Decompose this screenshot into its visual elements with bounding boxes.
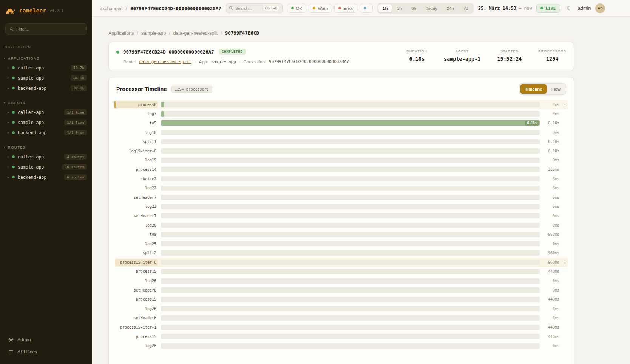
sidebar-item-application[interactable]: ▸ backend-app 32.2k: [0, 83, 92, 93]
chevron-right-icon[interactable]: ▸: [8, 86, 9, 90]
processor-name: process15: [134, 268, 158, 275]
timeline-row[interactable]: log22 0ms ⋮: [115, 183, 568, 193]
processor-name: setHeader8: [132, 287, 158, 293]
breadcrumb-segment[interactable]: sample-app: [141, 31, 166, 36]
section-title: AGENTS: [8, 101, 26, 105]
sidebar-item-badge: 1/1 live: [64, 130, 87, 135]
timeline-row[interactable]: setHeader7 0ms ⋮: [115, 211, 568, 221]
sidebar-item-badge: 16 routes: [62, 164, 87, 170]
timeline-row[interactable]: process15 440ms ⋮: [115, 332, 568, 341]
app-logo[interactable]: cameleer v3.2.1: [0, 0, 92, 21]
view-toggle-label: Timeline: [525, 87, 542, 91]
stat-label: DURATION: [407, 49, 427, 53]
route-link[interactable]: data-gen-nested-split: [139, 59, 191, 64]
global-search[interactable]: Ctrl+K: [226, 3, 283, 13]
timeline-row[interactable]: log22 0ms ⋮: [115, 202, 568, 212]
timeline-row[interactable]: log20 0ms ⋮: [115, 221, 568, 230]
duration-value: 0ms: [543, 307, 559, 311]
breadcrumb-exchanges[interactable]: exchanges: [100, 6, 122, 11]
chevron-right-icon[interactable]: ▸: [8, 155, 9, 158]
view-toggle-button[interactable]: Timeline: [520, 84, 547, 94]
sidebar-item-application[interactable]: ▸ caller-app 10.7k: [0, 63, 92, 73]
status-filter-pill[interactable]: Warn: [309, 4, 332, 13]
sidebar-item-route[interactable]: ▸ sample-app 16 routes: [0, 162, 92, 172]
breadcrumb-segment[interactable]: data-gen-nested-split: [173, 31, 218, 36]
timeline-row[interactable]: log7 0ms ⋮: [115, 109, 568, 119]
chevron-right-icon[interactable]: ▸: [8, 66, 9, 69]
time-range-button[interactable]: 1h: [378, 4, 392, 13]
timeline-row[interactable]: process15-iter-0 960ms ⋮: [115, 258, 568, 267]
live-toggle[interactable]: LIVE: [536, 4, 560, 13]
duration-track: [161, 130, 540, 135]
sidebar-filter-input[interactable]: [16, 27, 83, 31]
sidebar-item-route[interactable]: ▸ backend-app 6 routes: [0, 172, 92, 182]
sidebar-footer: Admin API Docs: [0, 330, 92, 364]
dash-separator: —: [519, 6, 522, 11]
timeline-row[interactable]: log26 0ms ⋮: [115, 341, 568, 350]
time-range-button[interactable]: 6h: [407, 4, 421, 13]
timeline-row[interactable]: process15 440ms ⋮: [115, 295, 568, 304]
sidebar-filter[interactable]: [5, 23, 87, 35]
status-filter-pill[interactable]: OK: [287, 4, 307, 13]
timeline-row[interactable]: log26 0ms ⋮: [115, 276, 568, 286]
timeline-row[interactable]: setHeader8 0ms ⋮: [115, 313, 568, 323]
timeline-row[interactable]: to5 6.18s 6.18s ⋮: [115, 118, 568, 128]
chevron-right-icon[interactable]: ▸: [8, 165, 9, 169]
row-kebab-menu-icon[interactable]: ⋮: [562, 260, 568, 265]
time-range-button[interactable]: 24h: [442, 4, 459, 13]
timeline-row[interactable]: setHeader7 0ms ⋮: [115, 193, 568, 202]
timeline-row[interactable]: to9 960ms ⋮: [115, 230, 568, 239]
section-header-routes[interactable]: ▾ ROUTES: [0, 144, 92, 152]
breadcrumb-segment[interactable]: Applications: [108, 31, 134, 36]
admin-link[interactable]: Admin: [5, 334, 87, 346]
timeline-row[interactable]: process15-iter-1 440ms ⋮: [115, 323, 568, 332]
timeline-row[interactable]: log19 0ms ⋮: [115, 156, 568, 165]
api-docs-link[interactable]: API Docs: [5, 346, 87, 358]
status-filter-pill[interactable]: [360, 4, 373, 13]
chevron-right-icon[interactable]: ▸: [8, 131, 9, 134]
status-filter-pill[interactable]: Error: [334, 4, 357, 13]
time-window-display[interactable]: 25. März 14:53 — now: [478, 6, 532, 11]
chevron-right-icon[interactable]: ▸: [8, 111, 9, 114]
stat-value: 15:52:24: [497, 56, 522, 62]
search-input[interactable]: [235, 6, 260, 11]
time-range-button[interactable]: 7d: [459, 4, 473, 13]
timeline-row[interactable]: log19-iter-0 6.18s ⋮: [115, 146, 568, 156]
timeline-row[interactable]: split1 6.18s ⋮: [115, 137, 568, 146]
timeline-row[interactable]: log18 0ms ⋮: [115, 128, 568, 137]
status-color-dot: [291, 7, 294, 9]
timeline-row[interactable]: split2 960ms ⋮: [115, 249, 568, 258]
user-avatar[interactable]: AD: [595, 3, 605, 13]
timeline-row[interactable]: log26 0ms ⋮: [115, 304, 568, 313]
status-filter-label: Warn: [318, 6, 328, 11]
theme-toggle-moon-icon[interactable]: ☾: [567, 5, 572, 12]
status-dot: [12, 87, 15, 89]
sidebar-item-agent[interactable]: ▸ caller-app 1/1 live: [0, 107, 92, 117]
status-color-dot: [313, 7, 315, 9]
timeline-row[interactable]: setHeader8 0ms ⋮: [115, 286, 568, 295]
timeline-row[interactable]: choice2 0ms ⋮: [115, 174, 568, 184]
sidebar-item-label: sample-app: [18, 164, 44, 170]
time-range-button[interactable]: 3h: [392, 4, 406, 13]
row-kebab-menu-icon[interactable]: ⋮: [562, 102, 568, 107]
timeline-row[interactable]: process15 440ms ⋮: [115, 267, 568, 276]
section-header-agents[interactable]: ▾ AGENTS: [0, 99, 92, 107]
chevron-right-icon[interactable]: ▸: [8, 121, 9, 124]
duration-track: [161, 195, 540, 200]
time-range-button[interactable]: Today: [421, 4, 442, 13]
timeline-row[interactable]: log25 0ms ⋮: [115, 239, 568, 249]
processor-name: choice2: [139, 176, 158, 182]
sidebar-item-badge: 32.2k: [71, 85, 87, 91]
sidebar-item-route[interactable]: ▸ caller-app 4 routes: [0, 152, 92, 162]
view-toggle-button[interactable]: Flow: [547, 84, 565, 94]
chevron-right-icon[interactable]: ▸: [8, 76, 9, 80]
sidebar-item-application[interactable]: ▸ sample-app 84.1k: [0, 73, 92, 83]
sidebar-item-agent[interactable]: ▸ sample-app 1/1 live: [0, 117, 92, 127]
timeline-row[interactable]: process14 383ms ⋮: [115, 165, 568, 174]
timeline-row[interactable]: process6 0ms ⋮: [115, 100, 568, 109]
chevron-right-icon[interactable]: ▸: [8, 175, 9, 179]
processor-name: split1: [141, 138, 158, 145]
section-header-applications[interactable]: ▾ APPLICATIONS: [0, 55, 92, 63]
exchange-meta: Route: data-gen-nested-split · App: samp…: [123, 59, 349, 64]
sidebar-item-agent[interactable]: ▸ backend-app 1/1 live: [0, 127, 92, 138]
